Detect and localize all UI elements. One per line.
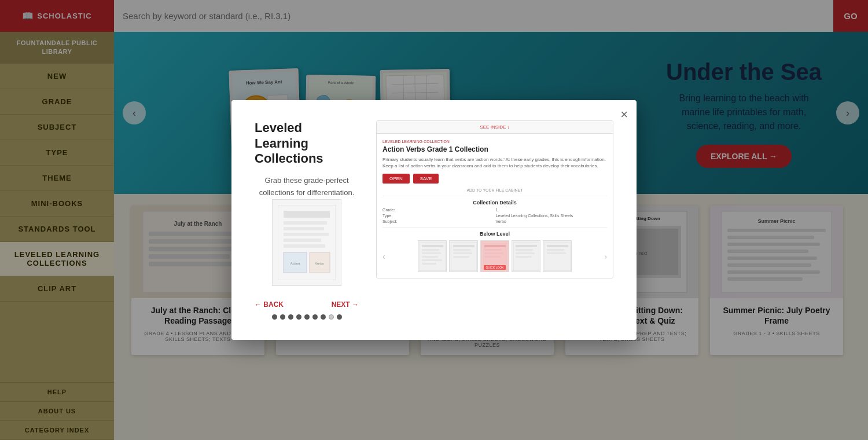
- preview-prev-arrow[interactable]: ‹: [382, 252, 385, 261]
- modal-close-button[interactable]: ×: [620, 107, 628, 122]
- svg-rect-101: [516, 256, 532, 258]
- preview-thumb-3[interactable]: QUICK LOOK: [480, 240, 509, 272]
- modal-layout: Leveled Learning Collections Grab these …: [255, 120, 613, 320]
- svg-rect-75: [284, 244, 325, 248]
- modal-dots: [255, 314, 359, 320]
- modal-overlay: × Leveled Learning Collections Grab thes…: [0, 0, 868, 440]
- svg-rect-86: [422, 263, 436, 265]
- svg-rect-82: [422, 249, 439, 251]
- svg-rect-71: [284, 221, 327, 225]
- svg-rect-90: [453, 252, 472, 254]
- quick-look-label[interactable]: QUICK LOOK: [484, 265, 505, 270]
- preview-body: LEVELED LEARNING COLLECTION Action Verbs…: [377, 134, 613, 278]
- preview-collection-label: LEVELED LEARNING COLLECTION: [382, 140, 607, 144]
- modal-thumb: Action Verbs: [272, 199, 341, 286]
- modal-preview: SEE INSIDE ↓ LEVELED LEARNING COLLECTION…: [376, 120, 613, 278]
- svg-rect-85: [422, 259, 442, 261]
- preview-add-label[interactable]: ADD TO YOUR FILE CABINET: [382, 188, 607, 192]
- svg-rect-74: [284, 239, 321, 242]
- dot-3[interactable]: [288, 314, 293, 320]
- preview-open-button[interactable]: OPEN: [382, 174, 410, 184]
- preview-see-inside[interactable]: SEE INSIDE ↓: [377, 121, 613, 134]
- preview-thumb-1: [418, 240, 447, 272]
- svg-rect-81: [422, 245, 443, 247]
- svg-rect-84: [422, 256, 438, 258]
- svg-rect-88: [453, 245, 475, 247]
- dot-5[interactable]: [304, 314, 310, 320]
- preview-details: Collection Details Grade: 1 Type: Levele…: [382, 196, 607, 223]
- svg-rect-72: [284, 227, 324, 230]
- preview-thumbnails: QUICK LOOK: [418, 240, 572, 272]
- preview-title: Action Verbs Grade 1 Collection: [382, 145, 607, 153]
- preview-below-level: Below Level ‹: [382, 227, 607, 272]
- svg-rect-103: [547, 245, 568, 247]
- preview-details-grid: Grade: 1 Type: Leveled Learning Collecti…: [382, 208, 607, 223]
- subject-value: Verbs: [496, 219, 608, 223]
- dot-9[interactable]: [337, 314, 342, 320]
- modal-left: Leveled Learning Collections Grab these …: [255, 120, 359, 320]
- svg-text:Verbs: Verbs: [315, 262, 323, 265]
- preview-buttons: OPEN SAVE: [382, 174, 607, 184]
- preview-thumb-4: [512, 240, 540, 272]
- type-label: Type:: [382, 214, 494, 218]
- preview-save-button[interactable]: SAVE: [413, 174, 439, 184]
- svg-rect-105: [547, 252, 566, 254]
- dot-2[interactable]: [280, 314, 285, 320]
- preview-below-title: Below Level: [382, 231, 607, 237]
- svg-rect-83: [422, 252, 441, 254]
- dot-1[interactable]: [272, 314, 277, 320]
- preview-details-title: Collection Details: [382, 200, 607, 206]
- svg-rect-89: [453, 249, 470, 251]
- dot-8[interactable]: [329, 314, 334, 320]
- modal-right: SEE INSIDE ↓ LEVELED LEARNING COLLECTION…: [376, 120, 613, 320]
- preview-description: Primary students usually learn that verb…: [382, 156, 607, 169]
- svg-rect-98: [516, 245, 537, 247]
- modal-title: Leveled Learning Collections: [255, 120, 359, 166]
- svg-rect-96: [484, 256, 501, 258]
- svg-text:Action: Action: [290, 262, 300, 265]
- preview-thumb-2: [449, 240, 478, 272]
- modal-nav: ← BACK NEXT →: [255, 300, 359, 309]
- svg-rect-73: [284, 233, 329, 236]
- svg-rect-99: [516, 249, 533, 251]
- preview-thumb-5: [543, 240, 572, 272]
- svg-rect-104: [547, 249, 564, 251]
- svg-rect-94: [484, 249, 502, 251]
- modal-next-button[interactable]: NEXT →: [332, 300, 359, 309]
- preview-thumbs-nav: ‹ QUI: [382, 240, 607, 272]
- svg-rect-93: [484, 245, 506, 247]
- svg-rect-95: [484, 252, 503, 254]
- subject-label: Subject:: [382, 219, 494, 223]
- grade-label: Grade:: [382, 208, 494, 212]
- dot-4[interactable]: [296, 314, 301, 320]
- preview-next-arrow[interactable]: ›: [604, 252, 607, 261]
- svg-rect-70: [284, 211, 330, 218]
- dot-7[interactable]: [321, 314, 326, 320]
- dot-6[interactable]: [312, 314, 318, 320]
- svg-rect-91: [453, 256, 469, 258]
- grade-value: 1: [496, 208, 608, 212]
- type-value: Leveled Learning Collections, Skills She…: [496, 214, 608, 218]
- modal: × Leveled Learning Collections Grab thes…: [231, 100, 637, 340]
- svg-rect-100: [516, 252, 535, 254]
- modal-back-button[interactable]: ← BACK: [255, 300, 284, 309]
- modal-description: Grab these grade-perfect collections for…: [255, 175, 359, 199]
